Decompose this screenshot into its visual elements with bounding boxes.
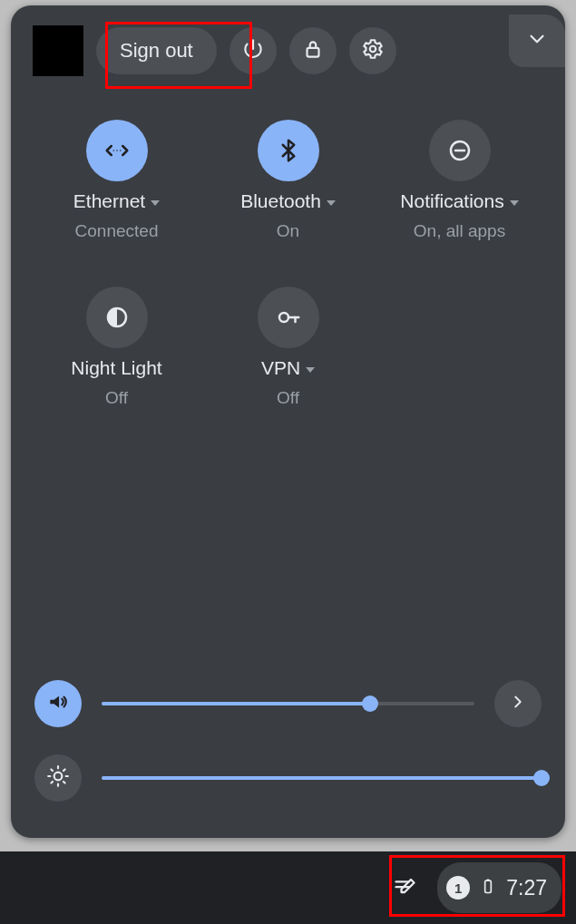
svg-point-1 bbox=[369, 46, 376, 53]
brightness-row bbox=[34, 754, 542, 802]
gear-icon bbox=[361, 37, 385, 64]
night-light-icon bbox=[86, 287, 148, 348]
collapse-button[interactable] bbox=[509, 15, 565, 67]
volume-row bbox=[34, 680, 542, 727]
lock-button[interactable] bbox=[289, 27, 337, 74]
tile-ethernet[interactable]: Ethernet Connected bbox=[31, 120, 202, 241]
taskbar: 1 7:27 bbox=[0, 851, 576, 924]
vpn-key-icon bbox=[258, 287, 319, 348]
svg-point-2 bbox=[112, 150, 114, 151]
quick-settings-header: Sign out bbox=[11, 5, 565, 76]
svg-point-3 bbox=[116, 150, 118, 151]
svg-point-4 bbox=[120, 150, 122, 151]
svg-rect-9 bbox=[485, 880, 492, 892]
tile-vpn[interactable]: VPN Off bbox=[202, 287, 374, 408]
stylus-icon bbox=[392, 873, 417, 902]
quick-tiles-row-2: Night Light Off VPN Off bbox=[11, 287, 565, 408]
slider-thumb[interactable] bbox=[362, 695, 378, 712]
volume-icon bbox=[46, 690, 70, 717]
quick-settings-panel: Sign out bbox=[11, 5, 565, 838]
sign-out-button[interactable]: Sign out bbox=[96, 27, 217, 74]
settings-button[interactable] bbox=[349, 27, 396, 74]
tile-title: VPN bbox=[261, 357, 315, 379]
ethernet-icon bbox=[86, 120, 148, 181]
sliders-section bbox=[34, 653, 542, 802]
tile-title-text: Ethernet bbox=[73, 190, 145, 212]
caret-icon bbox=[151, 200, 160, 206]
tile-title: Notifications bbox=[400, 190, 518, 212]
bluetooth-icon bbox=[258, 120, 319, 181]
svg-point-7 bbox=[279, 313, 288, 322]
caret-icon bbox=[306, 367, 315, 373]
tile-status: Connected bbox=[75, 221, 159, 241]
tile-status: Off bbox=[277, 388, 299, 408]
status-tray[interactable]: 1 7:27 bbox=[437, 862, 561, 913]
brightness-button[interactable] bbox=[34, 754, 82, 802]
volume-slider[interactable] bbox=[102, 702, 474, 705]
battery-icon bbox=[479, 875, 497, 900]
caret-icon bbox=[510, 200, 519, 206]
tile-night-light[interactable]: Night Light Off bbox=[31, 287, 202, 408]
tile-title-text: Notifications bbox=[400, 190, 503, 212]
notification-count-badge: 1 bbox=[446, 876, 470, 900]
power-icon bbox=[241, 37, 265, 64]
brightness-icon bbox=[46, 764, 70, 792]
tile-title-text: VPN bbox=[261, 357, 300, 379]
slider-thumb[interactable] bbox=[533, 770, 550, 786]
avatar[interactable] bbox=[33, 25, 83, 76]
tile-status: On bbox=[277, 221, 299, 241]
volume-button[interactable] bbox=[34, 680, 82, 727]
chevron-right-icon bbox=[508, 692, 528, 715]
tile-title: Bluetooth bbox=[240, 190, 336, 212]
notification-count: 1 bbox=[454, 880, 462, 896]
tile-title-text: Bluetooth bbox=[240, 190, 321, 212]
svg-rect-10 bbox=[487, 880, 490, 881]
stylus-tools-button[interactable] bbox=[386, 870, 423, 906]
do-not-disturb-icon bbox=[429, 120, 491, 181]
tile-notifications[interactable]: Notifications On, all apps bbox=[374, 120, 545, 241]
tile-bluetooth[interactable]: Bluetooth On bbox=[202, 120, 374, 241]
sign-out-label: Sign out bbox=[120, 39, 193, 63]
quick-tiles-row-1: Ethernet Connected Bluetooth On Notifica… bbox=[11, 120, 565, 241]
svg-rect-0 bbox=[307, 48, 318, 57]
lock-icon bbox=[301, 37, 325, 64]
svg-point-8 bbox=[54, 773, 63, 781]
tile-status: Off bbox=[105, 388, 128, 408]
tile-status: On, all apps bbox=[414, 221, 505, 241]
tile-title: Ethernet bbox=[73, 190, 160, 212]
tile-title-text: Night Light bbox=[71, 357, 161, 379]
chevron-down-icon bbox=[525, 27, 549, 54]
audio-output-button[interactable] bbox=[494, 680, 542, 727]
clock: 7:27 bbox=[506, 876, 547, 900]
caret-icon bbox=[327, 200, 336, 206]
brightness-slider[interactable] bbox=[102, 776, 542, 780]
tile-title: Night Light bbox=[71, 357, 161, 379]
power-button[interactable] bbox=[229, 27, 277, 74]
